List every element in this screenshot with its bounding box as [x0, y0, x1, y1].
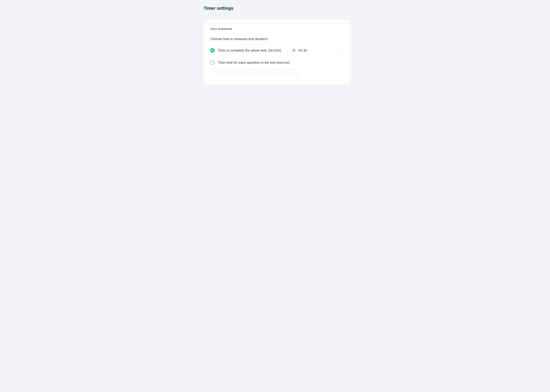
page-title: Timer settings: [204, 6, 367, 11]
clock-icon: [292, 49, 295, 52]
radio-label-whole-test[interactable]: Time to complete the whole test: (hh:mm)…: [218, 49, 282, 52]
time-input-whole-test[interactable]: 00:30: [289, 47, 343, 54]
top-divider: [199, 23, 352, 23]
time-input-per-question[interactable]: [215, 69, 298, 76]
option-row-whole-test: Time to complete the whole test: (hh:mm)…: [210, 47, 343, 54]
test-duration-card: TEST DURATION Choose how to measure test…: [203, 20, 350, 85]
decorative-edge-ticks: [198, 36, 199, 69]
time-value-whole-test: 00:30: [298, 49, 307, 52]
radio-per-question[interactable]: [210, 60, 215, 65]
section-heading-test-duration: TEST DURATION: [210, 28, 343, 31]
per-question-input-wrap: [215, 69, 343, 76]
radio-whole-test[interactable]: [210, 48, 215, 53]
option-row-per-question: Time limit for each question in the test…: [210, 60, 343, 65]
radio-label-per-question[interactable]: Time limit for each question in the test…: [218, 61, 290, 65]
helper-text: Choose how to measure test duration:: [210, 37, 343, 41]
